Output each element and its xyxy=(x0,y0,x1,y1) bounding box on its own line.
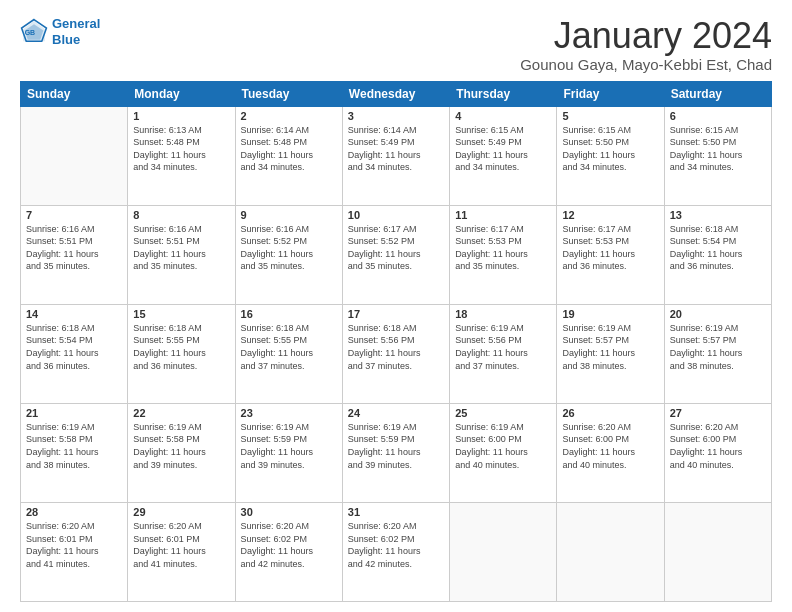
calendar-cell: 2Sunrise: 6:14 AM Sunset: 5:48 PM Daylig… xyxy=(235,106,342,205)
calendar-cell xyxy=(450,502,557,601)
day-number: 13 xyxy=(670,209,766,221)
calendar-cell xyxy=(664,502,771,601)
main-title: January 2024 xyxy=(520,16,772,56)
day-info: Sunrise: 6:16 AM Sunset: 5:51 PM Dayligh… xyxy=(133,223,229,273)
day-number: 5 xyxy=(562,110,658,122)
day-info: Sunrise: 6:18 AM Sunset: 5:56 PM Dayligh… xyxy=(348,322,444,372)
day-info: Sunrise: 6:15 AM Sunset: 5:49 PM Dayligh… xyxy=(455,124,551,174)
calendar-cell: 24Sunrise: 6:19 AM Sunset: 5:59 PM Dayli… xyxy=(342,403,449,502)
day-number: 23 xyxy=(241,407,337,419)
day-number: 14 xyxy=(26,308,122,320)
day-number: 3 xyxy=(348,110,444,122)
calendar-cell: 7Sunrise: 6:16 AM Sunset: 5:51 PM Daylig… xyxy=(21,205,128,304)
day-info: Sunrise: 6:17 AM Sunset: 5:53 PM Dayligh… xyxy=(455,223,551,273)
header: GB General Blue January 2024 Gounou Gaya… xyxy=(20,16,772,73)
calendar-cell: 29Sunrise: 6:20 AM Sunset: 6:01 PM Dayli… xyxy=(128,502,235,601)
day-info: Sunrise: 6:19 AM Sunset: 5:59 PM Dayligh… xyxy=(348,421,444,471)
calendar-cell: 25Sunrise: 6:19 AM Sunset: 6:00 PM Dayli… xyxy=(450,403,557,502)
day-info: Sunrise: 6:20 AM Sunset: 6:02 PM Dayligh… xyxy=(348,520,444,570)
day-info: Sunrise: 6:20 AM Sunset: 6:00 PM Dayligh… xyxy=(670,421,766,471)
calendar-day-header: Saturday xyxy=(664,81,771,106)
day-number: 4 xyxy=(455,110,551,122)
day-number: 2 xyxy=(241,110,337,122)
day-info: Sunrise: 6:15 AM Sunset: 5:50 PM Dayligh… xyxy=(562,124,658,174)
day-number: 25 xyxy=(455,407,551,419)
day-number: 15 xyxy=(133,308,229,320)
day-number: 1 xyxy=(133,110,229,122)
day-number: 12 xyxy=(562,209,658,221)
day-number: 21 xyxy=(26,407,122,419)
day-info: Sunrise: 6:13 AM Sunset: 5:48 PM Dayligh… xyxy=(133,124,229,174)
day-info: Sunrise: 6:20 AM Sunset: 6:02 PM Dayligh… xyxy=(241,520,337,570)
day-number: 8 xyxy=(133,209,229,221)
calendar-cell: 31Sunrise: 6:20 AM Sunset: 6:02 PM Dayli… xyxy=(342,502,449,601)
calendar-cell: 14Sunrise: 6:18 AM Sunset: 5:54 PM Dayli… xyxy=(21,304,128,403)
calendar-cell: 1Sunrise: 6:13 AM Sunset: 5:48 PM Daylig… xyxy=(128,106,235,205)
day-info: Sunrise: 6:19 AM Sunset: 5:57 PM Dayligh… xyxy=(562,322,658,372)
day-number: 17 xyxy=(348,308,444,320)
day-number: 10 xyxy=(348,209,444,221)
day-info: Sunrise: 6:18 AM Sunset: 5:55 PM Dayligh… xyxy=(133,322,229,372)
calendar-cell: 15Sunrise: 6:18 AM Sunset: 5:55 PM Dayli… xyxy=(128,304,235,403)
day-info: Sunrise: 6:14 AM Sunset: 5:48 PM Dayligh… xyxy=(241,124,337,174)
logo-text: General Blue xyxy=(52,16,100,47)
day-number: 27 xyxy=(670,407,766,419)
calendar-week-row: 1Sunrise: 6:13 AM Sunset: 5:48 PM Daylig… xyxy=(21,106,772,205)
day-number: 7 xyxy=(26,209,122,221)
calendar-day-header: Monday xyxy=(128,81,235,106)
day-info: Sunrise: 6:14 AM Sunset: 5:49 PM Dayligh… xyxy=(348,124,444,174)
calendar-cell: 19Sunrise: 6:19 AM Sunset: 5:57 PM Dayli… xyxy=(557,304,664,403)
calendar-cell: 28Sunrise: 6:20 AM Sunset: 6:01 PM Dayli… xyxy=(21,502,128,601)
calendar-day-header: Thursday xyxy=(450,81,557,106)
day-info: Sunrise: 6:16 AM Sunset: 5:51 PM Dayligh… xyxy=(26,223,122,273)
day-info: Sunrise: 6:19 AM Sunset: 5:57 PM Dayligh… xyxy=(670,322,766,372)
day-info: Sunrise: 6:17 AM Sunset: 5:53 PM Dayligh… xyxy=(562,223,658,273)
day-info: Sunrise: 6:19 AM Sunset: 5:56 PM Dayligh… xyxy=(455,322,551,372)
calendar-cell: 10Sunrise: 6:17 AM Sunset: 5:52 PM Dayli… xyxy=(342,205,449,304)
day-info: Sunrise: 6:19 AM Sunset: 5:58 PM Dayligh… xyxy=(133,421,229,471)
day-info: Sunrise: 6:19 AM Sunset: 5:59 PM Dayligh… xyxy=(241,421,337,471)
day-number: 9 xyxy=(241,209,337,221)
day-info: Sunrise: 6:18 AM Sunset: 5:55 PM Dayligh… xyxy=(241,322,337,372)
calendar-cell xyxy=(21,106,128,205)
calendar-cell: 11Sunrise: 6:17 AM Sunset: 5:53 PM Dayli… xyxy=(450,205,557,304)
calendar-cell: 21Sunrise: 6:19 AM Sunset: 5:58 PM Dayli… xyxy=(21,403,128,502)
calendar-cell: 6Sunrise: 6:15 AM Sunset: 5:50 PM Daylig… xyxy=(664,106,771,205)
logo-icon: GB xyxy=(20,18,48,46)
day-info: Sunrise: 6:18 AM Sunset: 5:54 PM Dayligh… xyxy=(670,223,766,273)
calendar-cell: 18Sunrise: 6:19 AM Sunset: 5:56 PM Dayli… xyxy=(450,304,557,403)
day-number: 18 xyxy=(455,308,551,320)
calendar-day-header: Sunday xyxy=(21,81,128,106)
day-info: Sunrise: 6:20 AM Sunset: 6:01 PM Dayligh… xyxy=(26,520,122,570)
day-info: Sunrise: 6:18 AM Sunset: 5:54 PM Dayligh… xyxy=(26,322,122,372)
calendar-week-row: 14Sunrise: 6:18 AM Sunset: 5:54 PM Dayli… xyxy=(21,304,772,403)
day-number: 28 xyxy=(26,506,122,518)
day-info: Sunrise: 6:19 AM Sunset: 5:58 PM Dayligh… xyxy=(26,421,122,471)
page: GB General Blue January 2024 Gounou Gaya… xyxy=(0,0,792,612)
day-info: Sunrise: 6:19 AM Sunset: 6:00 PM Dayligh… xyxy=(455,421,551,471)
logo-line2: Blue xyxy=(52,32,80,47)
day-number: 26 xyxy=(562,407,658,419)
day-number: 29 xyxy=(133,506,229,518)
day-info: Sunrise: 6:17 AM Sunset: 5:52 PM Dayligh… xyxy=(348,223,444,273)
subtitle: Gounou Gaya, Mayo-Kebbi Est, Chad xyxy=(520,56,772,73)
calendar-cell: 8Sunrise: 6:16 AM Sunset: 5:51 PM Daylig… xyxy=(128,205,235,304)
calendar-table: SundayMondayTuesdayWednesdayThursdayFrid… xyxy=(20,81,772,602)
title-block: January 2024 Gounou Gaya, Mayo-Kebbi Est… xyxy=(520,16,772,73)
calendar-cell: 5Sunrise: 6:15 AM Sunset: 5:50 PM Daylig… xyxy=(557,106,664,205)
calendar-cell: 13Sunrise: 6:18 AM Sunset: 5:54 PM Dayli… xyxy=(664,205,771,304)
calendar-cell: 23Sunrise: 6:19 AM Sunset: 5:59 PM Dayli… xyxy=(235,403,342,502)
day-number: 30 xyxy=(241,506,337,518)
day-number: 6 xyxy=(670,110,766,122)
calendar-cell: 22Sunrise: 6:19 AM Sunset: 5:58 PM Dayli… xyxy=(128,403,235,502)
svg-text:GB: GB xyxy=(25,29,36,36)
day-number: 16 xyxy=(241,308,337,320)
logo-line1: General xyxy=(52,16,100,31)
day-info: Sunrise: 6:20 AM Sunset: 6:01 PM Dayligh… xyxy=(133,520,229,570)
day-number: 19 xyxy=(562,308,658,320)
calendar-day-header: Wednesday xyxy=(342,81,449,106)
calendar-cell: 9Sunrise: 6:16 AM Sunset: 5:52 PM Daylig… xyxy=(235,205,342,304)
calendar-week-row: 7Sunrise: 6:16 AM Sunset: 5:51 PM Daylig… xyxy=(21,205,772,304)
calendar-cell xyxy=(557,502,664,601)
day-number: 24 xyxy=(348,407,444,419)
